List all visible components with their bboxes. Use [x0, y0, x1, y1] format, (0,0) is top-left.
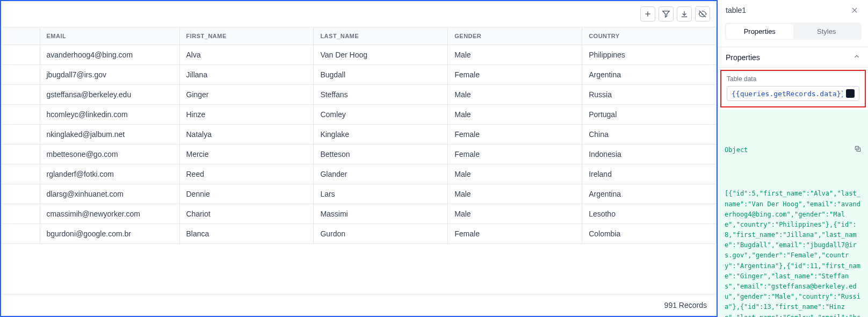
data-preview: Object [{"id":5,"first_name":"Alva","las…	[718, 110, 868, 317]
row-selector-cell[interactable]	[1, 105, 40, 125]
column-header-first-name[interactable]: FIRST_NAME	[179, 27, 314, 45]
table-row[interactable]: cmassimih@newyorker.comChariotMassimiMal…	[1, 204, 717, 224]
cell-email[interactable]: nkinglaked@jalbum.net	[40, 125, 179, 145]
table-scroll-area[interactable]: EMAIL FIRST_NAME LAST_NAME GENDER COUNTR…	[1, 27, 717, 294]
cell-country[interactable]: Philippines	[582, 45, 717, 65]
cell-gender[interactable]: Female	[448, 125, 582, 145]
row-selector-cell[interactable]	[1, 65, 40, 85]
cell-gender[interactable]: Male	[448, 164, 582, 184]
table-row[interactable]: rglanderf@fotki.comReedGlanderMaleIrelan…	[1, 164, 717, 184]
cell-email[interactable]: cmassimih@newyorker.com	[40, 204, 179, 224]
table-component[interactable]: EMAIL FIRST_NAME LAST_NAME GENDER COUNTR…	[0, 0, 718, 317]
copy-icon	[854, 145, 862, 153]
cell-country[interactable]: China	[582, 125, 717, 145]
cell-country[interactable]: Argentina	[582, 65, 717, 85]
row-selector-cell[interactable]	[1, 224, 40, 244]
column-header-country[interactable]: COUNTRY	[582, 27, 717, 45]
cell-country[interactable]: Portugal	[582, 105, 717, 125]
row-selector-cell[interactable]	[1, 45, 40, 65]
cell-first-name[interactable]: Jillana	[179, 65, 314, 85]
cell-country[interactable]: Argentina	[582, 184, 717, 204]
download-icon	[680, 10, 689, 18]
cell-last-name[interactable]: Bugdall	[314, 65, 448, 85]
table-row[interactable]: hcomleyc@linkedin.comHinzeComleyMalePort…	[1, 105, 717, 125]
column-header-gender[interactable]: GENDER	[448, 27, 582, 45]
add-button[interactable]	[640, 6, 655, 21]
column-header-email[interactable]: EMAIL	[40, 27, 179, 45]
cell-last-name[interactable]: Lars	[314, 184, 448, 204]
cell-gender[interactable]: Female	[448, 224, 582, 244]
table-row[interactable]: bgurdoni@google.com.brBlancaGurdonFemale…	[1, 224, 717, 244]
table-row[interactable]: gsteffansa@berkeley.eduGingerSteffansMal…	[1, 85, 717, 105]
cell-first-name[interactable]: Blanca	[179, 224, 314, 244]
cell-email[interactable]: jbugdall7@irs.gov	[40, 65, 179, 85]
cell-email[interactable]: rglanderf@fotki.com	[40, 164, 179, 184]
cell-first-name[interactable]: Hinze	[179, 105, 314, 125]
plus-icon	[643, 10, 652, 18]
row-selector-cell[interactable]	[1, 204, 40, 224]
cell-country[interactable]: Lesotho	[582, 204, 717, 224]
cell-gender[interactable]: Male	[448, 105, 582, 125]
cell-last-name[interactable]: Comley	[314, 105, 448, 125]
cell-first-name[interactable]: Chariot	[179, 204, 314, 224]
tab-styles[interactable]: Styles	[793, 24, 860, 39]
row-selector-cell[interactable]	[1, 184, 40, 204]
visibility-button[interactable]	[695, 6, 710, 21]
preview-type-label: Object	[725, 145, 748, 155]
cell-email[interactable]: gsteffansa@berkeley.edu	[40, 85, 179, 105]
table-header-row: EMAIL FIRST_NAME LAST_NAME GENDER COUNTR…	[1, 27, 717, 45]
tab-properties[interactable]: Properties	[726, 24, 793, 39]
table-row[interactable]: dlarsg@xinhuanet.comDennieLarsMaleArgent…	[1, 184, 717, 204]
copy-button[interactable]	[823, 134, 862, 166]
table-row[interactable]: jbugdall7@irs.govJillanaBugdallFemaleArg…	[1, 65, 717, 85]
table-data-expression: {{queries.getRecords.data}}	[732, 90, 843, 98]
row-selector-cell[interactable]	[1, 85, 40, 105]
table-row[interactable]: avanderhoog4@bing.comAlvaVan Der HoogMal…	[1, 45, 717, 65]
row-selector-cell[interactable]	[1, 164, 40, 184]
cell-email[interactable]: mbettesone@go.com	[40, 145, 179, 164]
cell-country[interactable]: Ireland	[582, 164, 717, 184]
cell-last-name[interactable]: Steffans	[314, 85, 448, 105]
table-data-field-highlight: Table data {{queries.getRecords.data}}	[720, 70, 866, 107]
cell-first-name[interactable]: Reed	[179, 164, 314, 184]
cell-first-name[interactable]: Natalya	[179, 125, 314, 145]
cell-email[interactable]: avanderhoog4@bing.com	[40, 45, 179, 65]
cell-last-name[interactable]: Betteson	[314, 145, 448, 164]
close-button[interactable]	[849, 4, 860, 16]
row-selector-cell[interactable]	[1, 125, 40, 145]
fx-toggle[interactable]	[846, 89, 855, 98]
column-header-blank[interactable]	[1, 27, 40, 45]
properties-section-label: Properties	[726, 53, 760, 62]
table-footer-record-count: 991 Records	[1, 294, 717, 316]
cell-country[interactable]: Russia	[582, 85, 717, 105]
filter-button[interactable]	[659, 6, 674, 21]
cell-first-name[interactable]: Alva	[179, 45, 314, 65]
cell-country[interactable]: Indonesia	[582, 145, 717, 164]
cell-last-name[interactable]: Massimi	[314, 204, 448, 224]
cell-last-name[interactable]: Kinglake	[314, 125, 448, 145]
cell-first-name[interactable]: Dennie	[179, 184, 314, 204]
cell-gender[interactable]: Male	[448, 204, 582, 224]
cell-last-name[interactable]: Gurdon	[314, 224, 448, 244]
column-header-last-name[interactable]: LAST_NAME	[314, 27, 448, 45]
table-row[interactable]: nkinglaked@jalbum.netNatalyaKinglakeFema…	[1, 125, 717, 145]
download-button[interactable]	[677, 6, 692, 21]
cell-last-name[interactable]: Van Der Hoog	[314, 45, 448, 65]
cell-gender[interactable]: Male	[448, 85, 582, 105]
table-row[interactable]: mbettesone@go.comMercieBettesonFemaleInd…	[1, 145, 717, 164]
cell-gender[interactable]: Female	[448, 65, 582, 85]
cell-gender[interactable]: Female	[448, 145, 582, 164]
cell-country[interactable]: Colombia	[582, 224, 717, 244]
cell-email[interactable]: bgurdoni@google.com.br	[40, 224, 179, 244]
table-data-input[interactable]: {{queries.getRecords.data}}	[727, 86, 859, 101]
cell-first-name[interactable]: Mercie	[179, 145, 314, 164]
cell-last-name[interactable]: Glander	[314, 164, 448, 184]
cell-gender[interactable]: Male	[448, 45, 582, 65]
cell-email[interactable]: hcomleyc@linkedin.com	[40, 105, 179, 125]
cell-first-name[interactable]: Ginger	[179, 85, 314, 105]
cell-gender[interactable]: Male	[448, 184, 582, 204]
row-selector-cell[interactable]	[1, 145, 40, 164]
cell-email[interactable]: dlarsg@xinhuanet.com	[40, 184, 179, 204]
properties-section-header[interactable]: Properties	[718, 47, 868, 68]
table-container: EMAIL FIRST_NAME LAST_NAME GENDER COUNTR…	[1, 27, 717, 316]
